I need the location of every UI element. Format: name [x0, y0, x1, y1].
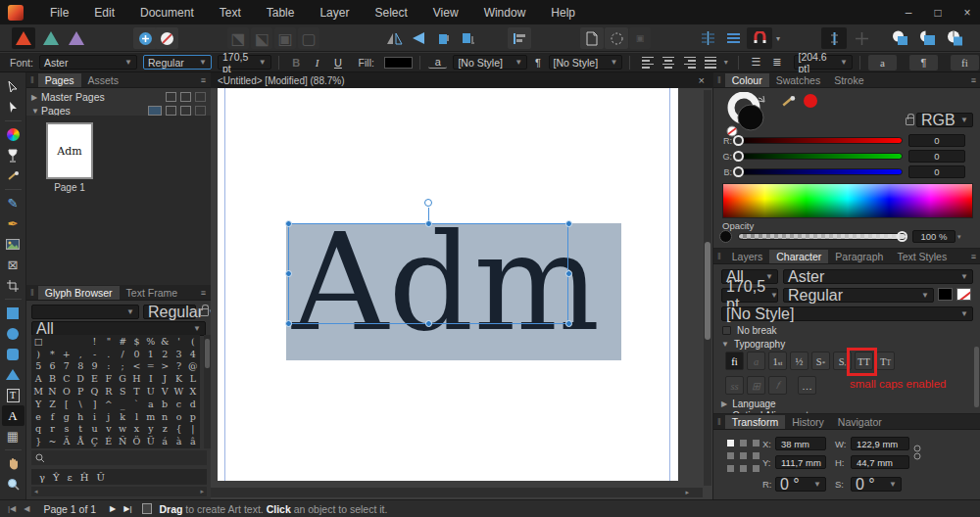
- glyph-cell[interactable]: u: [87, 423, 101, 436]
- pen-tool[interactable]: ✒: [2, 213, 24, 234]
- selection-handle-s[interactable]: [425, 320, 432, 327]
- rotate-ccw-button[interactable]: [431, 27, 455, 49]
- insert-page-icon[interactable]: [148, 106, 162, 116]
- glyph-cell[interactable]: ~: [45, 435, 59, 447]
- boolean-divide-button[interactable]: [942, 27, 967, 49]
- character-tab-3[interactable]: Text Styles: [890, 250, 954, 263]
- crop-tool[interactable]: [2, 275, 24, 296]
- snap-baseline-button[interactable]: [721, 27, 745, 49]
- expand-arrow-icon[interactable]: ▶: [31, 93, 41, 102]
- picture-frame-tool[interactable]: [2, 234, 24, 255]
- panel-grip[interactable]: ‖: [26, 75, 38, 85]
- selection-handle-e[interactable]: [565, 270, 572, 277]
- character-style-dropdown[interactable]: [No Style]▼: [453, 55, 527, 70]
- glyph-cell[interactable]: 8: [74, 360, 87, 373]
- rotation-handle[interactable]: [424, 199, 432, 207]
- zoom-tool[interactable]: [2, 474, 24, 494]
- glyph-cell[interactable]: ]: [87, 398, 101, 410]
- duplicate-page-icon[interactable]: [180, 106, 191, 116]
- opacity-knob[interactable]: [897, 231, 907, 242]
- boolean-add-button[interactable]: [887, 27, 912, 49]
- panel-grip[interactable]: ‖: [713, 417, 725, 427]
- glyph-cell[interactable]: p: [186, 410, 200, 423]
- glyph-cell[interactable]: w: [116, 423, 129, 436]
- glyph-cell[interactable]: Ñ: [116, 435, 129, 447]
- char-font-dropdown[interactable]: Aster▼: [783, 269, 973, 284]
- glyph-cell[interactable]: d: [186, 398, 200, 410]
- glyph-cell[interactable]: Ö: [129, 435, 143, 447]
- recent-glyph-0[interactable]: γ: [39, 472, 45, 483]
- selection-handle-sw[interactable]: [285, 320, 292, 327]
- menu-item-2[interactable]: Document: [131, 6, 203, 20]
- language-section-header[interactable]: ▶ Language: [721, 399, 776, 409]
- panel-menu-icon[interactable]: ≡: [201, 288, 211, 298]
- snapping-options-dropdown[interactable]: ▾: [772, 27, 784, 49]
- green-value-field[interactable]: 0: [908, 150, 965, 163]
- blue-slider[interactable]: [734, 168, 903, 175]
- opacity-slider[interactable]: [738, 233, 906, 240]
- page-1-thumbnail[interactable]: Adm: [46, 122, 93, 179]
- art-text-tool[interactable]: A: [2, 405, 24, 426]
- glyph-search-field[interactable]: [31, 450, 207, 465]
- glyph-cell[interactable]: N: [45, 385, 59, 398]
- glyph-cell[interactable]: ": [102, 335, 116, 348]
- glyph-cell[interactable]: k: [116, 410, 129, 423]
- glyph-cell[interactable]: Ç: [87, 435, 101, 447]
- shear-dropdown[interactable]: 0 °▼: [851, 477, 902, 492]
- colour-lock-icon[interactable]: [906, 118, 914, 125]
- glyph-cell[interactable]: }: [31, 435, 45, 447]
- close-button[interactable]: ×: [960, 6, 974, 20]
- add-master-icon[interactable]: [166, 92, 176, 102]
- glyph-cell[interactable]: S: [116, 385, 129, 398]
- glyph-cell[interactable]: 3: [172, 348, 185, 360]
- glyph-cell[interactable]: t: [74, 423, 87, 436]
- glyph-cell[interactable]: +: [60, 348, 74, 360]
- transform-tab-0[interactable]: Transform: [725, 415, 785, 429]
- glyph-cell[interactable]: n: [158, 410, 172, 423]
- selection-handle-w[interactable]: [285, 270, 292, 277]
- glyph-cell[interactable]: `: [129, 398, 143, 410]
- underline-style-button[interactable]: a: [428, 56, 447, 69]
- glyph-cell[interactable]: [45, 335, 59, 348]
- align-left-button[interactable]: [638, 55, 657, 70]
- selection-handle-nw[interactable]: [285, 220, 292, 227]
- glyph-cell[interactable]: $: [129, 335, 143, 348]
- menu-item-7[interactable]: View: [424, 6, 467, 20]
- glyph-cell[interactable]: ;: [116, 360, 129, 373]
- colour-mode-dropdown[interactable]: RGB▼: [916, 113, 973, 127]
- red-slider-knob[interactable]: [733, 135, 744, 146]
- glyph-cell[interactable]: q: [31, 423, 45, 436]
- glyph-cell[interactable]: !: [87, 335, 101, 348]
- glyph-cell[interactable]: s: [60, 423, 74, 436]
- colour-tab-1[interactable]: Swatches: [769, 73, 828, 87]
- menu-item-5[interactable]: Layer: [311, 6, 358, 20]
- glyph-cell[interactable]: 9: [87, 360, 101, 373]
- glyph-cell[interactable]: [60, 335, 74, 348]
- selection-handle-ne[interactable]: [565, 220, 572, 227]
- transparency-tool[interactable]: [2, 145, 24, 165]
- glyph-font-dropdown[interactable]: ▼: [31, 305, 139, 319]
- character-tab-1[interactable]: Character: [769, 250, 828, 263]
- glyph-cell[interactable]: L: [186, 372, 200, 385]
- glyph-cell[interactable]: J: [158, 372, 172, 385]
- y-field[interactable]: 111,7 mm: [775, 455, 826, 469]
- menu-item-1[interactable]: Edit: [85, 6, 123, 20]
- glyph-cell[interactable]: _: [116, 398, 129, 410]
- snap-spread-button[interactable]: [696, 27, 719, 49]
- glyph-cell[interactable]: A: [31, 372, 45, 385]
- glyph-cell[interactable]: <: [129, 360, 143, 373]
- badge-edit-button[interactable]: [155, 27, 178, 49]
- glyph-tab-0[interactable]: Glyph Browser: [38, 286, 120, 300]
- glyph-cell[interactable]: b: [158, 398, 172, 410]
- align-center-button[interactable]: [660, 55, 678, 70]
- menu-item-0[interactable]: File: [41, 6, 77, 20]
- glyph-cell[interactable]: l: [129, 410, 143, 423]
- glyph-cell[interactable]: P: [74, 385, 87, 398]
- justify-options-dropdown[interactable]: ▾: [724, 58, 728, 67]
- lock-icon[interactable]: [200, 308, 209, 316]
- recent-colour-swatch[interactable]: [804, 94, 817, 108]
- transform-tab-2[interactable]: Navigator: [831, 415, 889, 429]
- font-family-dropdown[interactable]: Aster▼: [39, 55, 137, 70]
- glyph-cell[interactable]: ?: [172, 360, 185, 373]
- typography-button-2[interactable]: 1st: [768, 352, 787, 370]
